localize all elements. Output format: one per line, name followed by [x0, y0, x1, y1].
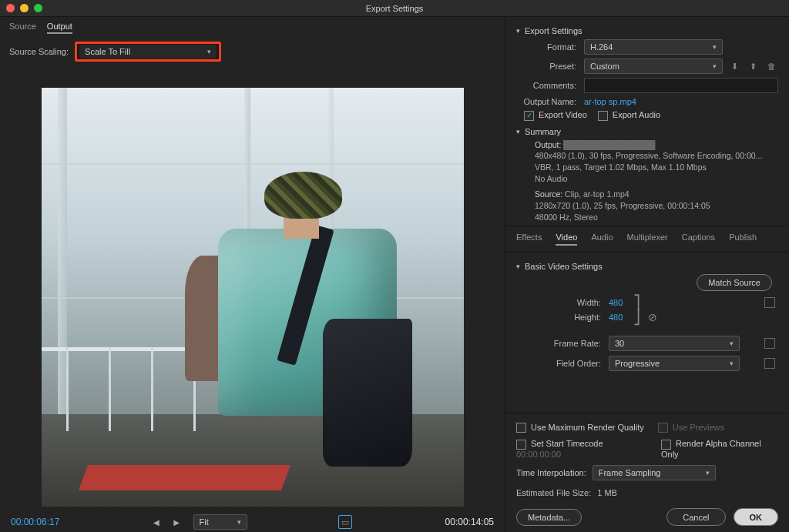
summary-header: Summary	[525, 127, 561, 136]
ok-button[interactable]: OK	[734, 508, 779, 526]
time-interpolation-dropdown[interactable]: Frame Sampling▾	[593, 465, 716, 480]
tab-video[interactable]: Video	[556, 233, 577, 246]
chevron-down-icon: ▾	[237, 518, 241, 526]
disclosure-icon[interactable]: ▾	[516, 128, 520, 136]
tab-publish[interactable]: Publish	[729, 233, 757, 246]
minimize-window-button[interactable]	[20, 4, 29, 12]
output-name-link[interactable]: ar-top sp.mp4	[584, 97, 636, 106]
field-order-dropdown[interactable]: Progressive▾	[609, 356, 740, 371]
height-value[interactable]: 480	[609, 313, 623, 322]
field-order-label: Field Order:	[516, 359, 609, 368]
width-checkbox[interactable]	[764, 297, 775, 308]
video-preview	[42, 88, 464, 507]
basic-video-settings-header: Basic Video Settings	[525, 262, 603, 271]
chevron-down-icon: ▾	[730, 360, 734, 367]
summary-source: Source: Clip, ar-top 1.mp4 1280x720 (1.0…	[516, 189, 778, 223]
format-dropdown[interactable]: H.264▾	[584, 39, 723, 55]
title-bar: Export Settings	[0, 0, 789, 17]
comments-label: Comments:	[516, 81, 584, 90]
chevron-down-icon: ▾	[713, 43, 717, 51]
source-scaling-value: Scale To Fill	[85, 47, 130, 56]
time-interpolation-value: Frame Sampling	[599, 468, 661, 477]
tab-output[interactable]: Output	[47, 22, 72, 34]
maximize-window-button[interactable]	[34, 4, 42, 12]
field-order-value: Progressive	[615, 359, 660, 368]
delete-preset-icon[interactable]: 🗑	[764, 59, 778, 73]
zoom-fit-label: Fit	[200, 517, 209, 527]
save-preset-icon[interactable]: ⬇	[727, 59, 741, 73]
aspect-ratio-icon[interactable]: ▭	[338, 515, 352, 529]
frame-rate-dropdown[interactable]: 30▾	[609, 336, 740, 351]
tab-effects[interactable]: Effects	[516, 233, 542, 246]
cancel-button[interactable]: Cancel	[666, 508, 725, 526]
estimated-size-value: 1 MB	[597, 488, 617, 497]
tab-source[interactable]: Source	[9, 22, 36, 34]
preset-value: Custom	[590, 62, 619, 71]
tab-multiplexer[interactable]: Multiplexer	[627, 233, 668, 246]
tab-audio[interactable]: Audio	[591, 233, 613, 246]
render-alpha-checkbox[interactable]: Render Alpha Channel Only	[661, 439, 778, 459]
export-video-checkbox[interactable]: Export Video	[524, 110, 587, 121]
match-source-button[interactable]: Match Source	[697, 274, 772, 291]
window-title: Export Settings	[366, 4, 424, 13]
close-window-button[interactable]	[6, 4, 15, 12]
estimated-size-label: Estimated File Size:	[516, 488, 591, 497]
chevron-down-icon: ▾	[706, 469, 710, 477]
output-name-label: Output Name:	[516, 97, 584, 106]
time-interpolation-label: Time Interpolation:	[516, 468, 586, 477]
source-scaling-dropdown[interactable]: Scale To Fill ▾	[79, 45, 217, 59]
summary-output: Output: ████████████████ 480x480 (1.0), …	[516, 139, 778, 185]
source-scaling-highlight: Scale To Fill ▾	[75, 42, 221, 62]
frame-rate-label: Frame Rate:	[516, 339, 609, 348]
tab-captions[interactable]: Captions	[682, 233, 715, 246]
preset-dropdown[interactable]: Custom▾	[584, 59, 723, 74]
chevron-down-icon: ▾	[713, 62, 717, 70]
source-scaling-label: Source Scaling:	[9, 47, 69, 56]
preset-label: Preset:	[516, 62, 584, 71]
set-start-timecode-checkbox[interactable]: Set Start Timecode 00:00:00:00	[516, 439, 647, 459]
use-max-quality-checkbox[interactable]: Use Maximum Render Quality	[516, 423, 644, 433]
disclosure-icon[interactable]: ▾	[516, 263, 520, 270]
width-value[interactable]: 480	[609, 298, 623, 307]
format-value: H.264	[590, 42, 613, 52]
import-preset-icon[interactable]: ⬆	[746, 59, 760, 73]
format-label: Format:	[516, 42, 584, 52]
zoom-fit-dropdown[interactable]: Fit ▾	[193, 514, 247, 530]
next-edit-icon[interactable]: ◀	[173, 518, 180, 527]
link-dimensions-icon[interactable]: ⊘	[648, 311, 657, 323]
frame-rate-value: 30	[615, 339, 624, 348]
comments-input[interactable]	[584, 78, 778, 93]
chevron-down-icon: ▾	[207, 48, 211, 55]
export-audio-checkbox[interactable]: Export Audio	[598, 110, 660, 121]
chevron-down-icon: ▾	[730, 340, 734, 347]
duration-timecode: 00:00:14:05	[445, 517, 494, 527]
current-timecode[interactable]: 00:00:06:17	[11, 517, 59, 527]
height-label: Height:	[516, 313, 609, 322]
disclosure-icon[interactable]: ▾	[516, 27, 520, 35]
prev-edit-icon[interactable]: ◀	[153, 518, 159, 527]
export-settings-header: Export Settings	[525, 26, 583, 35]
frame-rate-checkbox[interactable]	[764, 338, 775, 349]
use-previews-checkbox: Use Previews	[658, 423, 724, 433]
metadata-button[interactable]: Metadata...	[516, 509, 582, 526]
field-order-checkbox[interactable]	[764, 358, 775, 369]
width-label: Width:	[516, 298, 609, 307]
